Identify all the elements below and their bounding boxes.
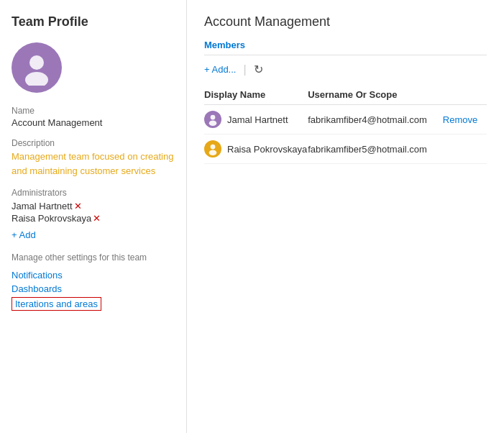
add-admin-link[interactable]: + Add xyxy=(12,229,36,240)
add-member-label: + Add... xyxy=(204,64,236,75)
remove-member-0-button[interactable]: Remove xyxy=(443,114,477,125)
col-header-action xyxy=(443,85,487,105)
member-avatar-icon-0 xyxy=(206,113,219,126)
nav-iterations-areas[interactable]: Iterations and areas xyxy=(12,297,101,311)
administrators-label: Administrators xyxy=(12,188,175,198)
member-action-1 xyxy=(443,135,487,164)
svg-point-3 xyxy=(209,121,217,127)
col-header-username: Username Or Scope xyxy=(308,85,443,105)
remove-admin-1-button[interactable]: ✕ xyxy=(74,201,82,211)
admin-item-2: Raisa Pokrovskaya ✕ xyxy=(12,213,175,224)
table-row: Jamal Hartnett fabrikamfiber4@hotmail.co… xyxy=(204,105,487,135)
manage-label: Manage other settings for this team xyxy=(12,252,175,264)
svg-point-1 xyxy=(25,72,48,86)
svg-point-0 xyxy=(29,55,44,70)
description-value: Management team focused on creating and … xyxy=(12,150,175,178)
table-row: Raisa Pokrovskaya fabrikamfiber5@hotmail… xyxy=(204,135,487,164)
members-table: Display Name Username Or Scope Jamal Har… xyxy=(204,85,487,164)
refresh-button[interactable]: ↻ xyxy=(254,63,263,76)
member-name-cell-0: Jamal Hartnett xyxy=(204,105,308,135)
col-header-display-name: Display Name xyxy=(204,85,308,105)
svg-point-2 xyxy=(211,115,216,120)
name-value: Account Management xyxy=(12,117,175,128)
nav-notifications[interactable]: Notifications xyxy=(12,270,175,281)
refresh-icon: ↻ xyxy=(254,63,263,76)
svg-point-5 xyxy=(209,150,217,156)
member-name-cell-1: Raisa Pokrovskaya xyxy=(204,135,308,164)
name-label: Name xyxy=(12,106,175,116)
member-avatar-0 xyxy=(204,111,221,128)
admin-name-2: Raisa Pokrovskaya xyxy=(12,213,91,224)
member-avatar-icon-1 xyxy=(206,142,219,155)
admin-name-1: Jamal Hartnett xyxy=(12,201,73,211)
table-header-row: Display Name Username Or Scope xyxy=(204,85,487,105)
sidebar-title: Team Profile xyxy=(12,14,175,29)
team-avatar xyxy=(12,42,62,93)
member-display-name-0: Jamal Hartnett xyxy=(227,114,288,125)
remove-admin-2-button[interactable]: ✕ xyxy=(93,213,101,224)
member-action-0[interactable]: Remove xyxy=(443,105,487,135)
members-heading: Members xyxy=(204,40,487,50)
member-username-1: fabrikamfiber5@hotmail.com xyxy=(308,135,443,164)
member-username-0: fabrikamfiber4@hotmail.com xyxy=(308,105,443,135)
sidebar: Team Profile Name Account Management Des… xyxy=(0,0,187,433)
add-member-button[interactable]: + Add... xyxy=(204,64,236,75)
description-label: Description xyxy=(12,138,175,148)
page-title: Account Management xyxy=(204,14,487,29)
admin-item-1: Jamal Hartnett ✕ xyxy=(12,201,175,211)
members-toolbar: + Add... | ↻ xyxy=(204,63,487,76)
nav-dashboards[interactable]: Dashboards xyxy=(12,283,175,294)
member-avatar-1 xyxy=(204,140,221,158)
members-divider xyxy=(204,55,487,55)
toolbar-separator: | xyxy=(243,63,246,76)
member-display-name-1: Raisa Pokrovskaya xyxy=(227,144,307,155)
main-content: Account Management Members + Add... | ↻ … xyxy=(187,0,504,433)
team-avatar-icon xyxy=(19,50,55,86)
svg-point-4 xyxy=(211,145,216,150)
